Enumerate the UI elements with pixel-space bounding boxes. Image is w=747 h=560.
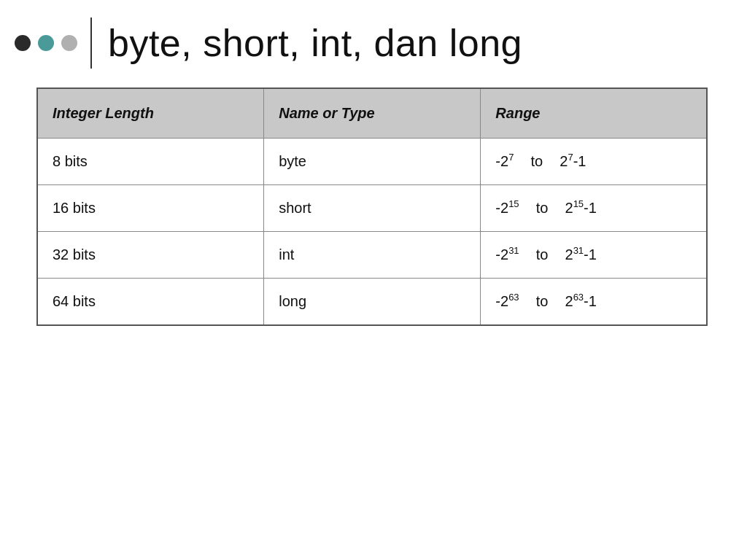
table-row: 64 bitslong-263 to 263-1 xyxy=(37,279,707,326)
table-header-row: Integer Length Name or Type Range xyxy=(37,88,707,139)
cell-name: long xyxy=(264,279,481,326)
col-header-range: Range xyxy=(481,88,707,139)
vertical-divider xyxy=(90,18,92,69)
page-title: byte, short, int, dan long xyxy=(108,21,522,65)
dots-container xyxy=(15,35,77,51)
cell-range: -27 to 27-1 xyxy=(481,139,707,185)
cell-range: -231 to 231-1 xyxy=(481,232,707,279)
data-table: Integer Length Name or Type Range 8 bits… xyxy=(36,88,708,326)
table-row: 16 bitsshort-215 to 215-1 xyxy=(37,185,707,232)
cell-length: 32 bits xyxy=(37,232,264,279)
col-header-length: Integer Length xyxy=(37,88,264,139)
cell-length: 16 bits xyxy=(37,185,264,232)
cell-name: int xyxy=(264,232,481,279)
table-row: 32 bitsint-231 to 231-1 xyxy=(37,232,707,279)
cell-range: -215 to 215-1 xyxy=(481,185,707,232)
dark-dot xyxy=(15,35,31,51)
table-container: Integer Length Name or Type Range 8 bits… xyxy=(0,80,747,341)
cell-name: short xyxy=(264,185,481,232)
cell-range: -263 to 263-1 xyxy=(481,279,707,326)
cell-length: 8 bits xyxy=(37,139,264,185)
cell-name: byte xyxy=(264,139,481,185)
table-row: 8 bitsbyte-27 to 27-1 xyxy=(37,139,707,185)
gray-dot xyxy=(61,35,77,51)
col-header-name: Name or Type xyxy=(264,88,481,139)
teal-dot xyxy=(38,35,54,51)
header: byte, short, int, dan long xyxy=(0,0,747,80)
cell-length: 64 bits xyxy=(37,279,264,326)
